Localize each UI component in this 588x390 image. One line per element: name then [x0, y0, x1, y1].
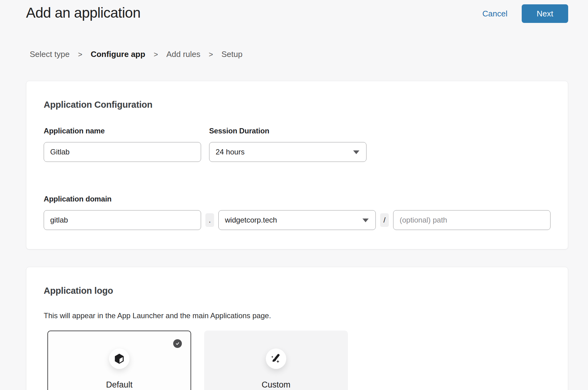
- logo-option-label: Custom: [261, 380, 290, 390]
- step-select-type[interactable]: Select type: [30, 50, 70, 59]
- page-header: Add an application Cancel Next: [0, 0, 588, 23]
- step-setup[interactable]: Setup: [222, 50, 243, 59]
- application-domain-field-group: Application domain . widgetcorp.tech /: [44, 195, 551, 230]
- selected-check-icon: [173, 339, 182, 348]
- cancel-button[interactable]: Cancel: [482, 9, 507, 19]
- session-duration-label: Session Duration: [209, 127, 366, 135]
- application-domain-label: Application domain: [44, 195, 551, 203]
- logo-option-label: Default: [106, 380, 133, 390]
- application-name-label: Application name: [44, 127, 201, 135]
- next-button[interactable]: Next: [522, 4, 568, 23]
- logo-option-default[interactable]: Default: [47, 331, 191, 390]
- application-name-field-group: Application name: [44, 127, 201, 162]
- slash-separator: /: [380, 213, 389, 227]
- breadcrumb: Select type > Configure app > Add rules …: [0, 50, 588, 59]
- breadcrumb-separator: >: [78, 50, 82, 59]
- application-logo-card: Application logo This will appear in the…: [26, 267, 568, 390]
- paintbrush-icon: [266, 349, 286, 369]
- chevron-down-icon: [353, 150, 359, 154]
- domain-select-value: widgetcorp.tech: [225, 216, 277, 224]
- session-duration-select[interactable]: 24 hours: [209, 142, 366, 162]
- breadcrumb-separator: >: [209, 50, 213, 59]
- cube-icon: [109, 349, 129, 369]
- application-logo-heading: Application logo: [44, 286, 551, 296]
- subdomain-input[interactable]: [44, 210, 201, 230]
- chevron-down-icon: [362, 219, 369, 222]
- application-configuration-card: Application Configuration Application na…: [26, 81, 568, 249]
- dot-separator: .: [205, 213, 214, 227]
- application-logo-description: This will appear in the App Launcher and…: [44, 311, 551, 320]
- session-duration-field-group: Session Duration 24 hours: [209, 127, 366, 162]
- path-input[interactable]: [393, 210, 551, 230]
- breadcrumb-separator: >: [154, 50, 158, 59]
- step-add-rules[interactable]: Add rules: [166, 50, 200, 59]
- session-duration-value: 24 hours: [216, 148, 244, 156]
- page-title: Add an application: [26, 4, 141, 21]
- application-configuration-heading: Application Configuration: [44, 100, 551, 110]
- logo-options: Default Custom: [47, 331, 551, 390]
- logo-option-custom[interactable]: Custom: [204, 331, 348, 390]
- application-name-input[interactable]: [44, 142, 201, 162]
- domain-select[interactable]: widgetcorp.tech: [218, 210, 376, 230]
- header-actions: Cancel Next: [482, 4, 568, 23]
- step-configure-app[interactable]: Configure app: [91, 50, 145, 59]
